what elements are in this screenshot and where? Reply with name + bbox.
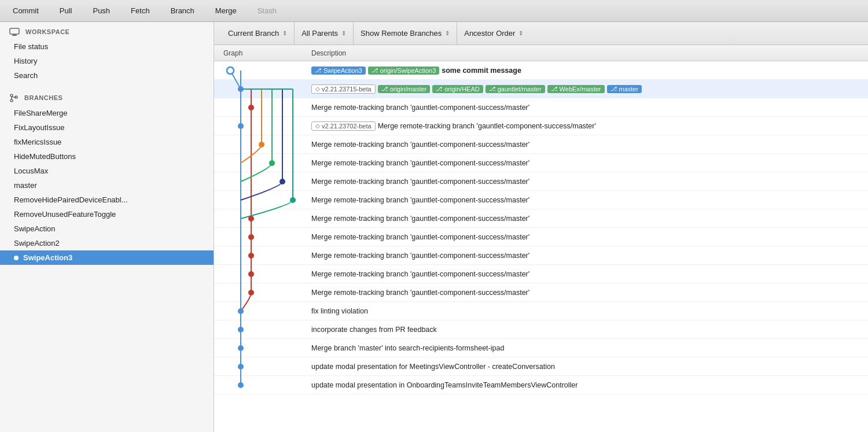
col-header-graph: Graph <box>214 49 307 57</box>
commit-description: ⎇SwipeAction3⎇origin/SwipeAction3some co… <box>307 63 868 78</box>
branch-icon: ⎇ <box>372 67 378 73</box>
commit-description: update modal presentation in OnboardingT… <box>307 378 868 393</box>
branch-tag-tag: ◇v2.21.23715-beta <box>311 84 376 94</box>
commit-message: Merge remote-tracking branch 'gauntlet-c… <box>311 104 529 112</box>
commit-description: ◇v2.21.23715-beta⎇origin/master⎇origin/H… <box>307 81 868 97</box>
push-button[interactable]: Push <box>89 4 113 17</box>
sidebar-item-swipeaction3[interactable]: SwipeAction3 <box>0 250 214 265</box>
sidebar-item-search[interactable]: Search <box>0 68 214 83</box>
commit-row[interactable]: Merge remote-tracking branch 'gauntlet-c… <box>214 172 868 191</box>
graph-area <box>214 98 307 117</box>
svg-point-4 <box>10 99 13 102</box>
sidebar-item-locusmax[interactable]: LocusMax <box>0 164 214 178</box>
commit-row[interactable]: update modal presentation in OnboardingT… <box>214 376 868 394</box>
sidebar-item-fileshareMerge[interactable]: FileShareMerge <box>0 106 214 120</box>
svg-rect-0 <box>10 28 19 34</box>
branch-tag-remote: ⎇gauntlet/master <box>486 85 545 93</box>
commit-message: Merge remote-tracking branch 'gauntlet-c… <box>311 252 529 260</box>
commit-description: Merge remote-tracking branch 'gauntlet-c… <box>307 193 868 208</box>
branches-icon <box>9 93 19 102</box>
commit-row[interactable]: Merge remote-tracking branch 'gauntlet-c… <box>214 246 868 265</box>
commit-row[interactable]: update modal presentation for MeetingsVi… <box>214 357 868 376</box>
commit-row[interactable]: Merge remote-tracking branch 'gauntlet-c… <box>214 98 868 117</box>
branch-icon: ⎇ <box>381 86 388 92</box>
branch-tag-label: origin/SwipeAction3 <box>380 67 436 74</box>
sidebar-item-file-status[interactable]: File status <box>0 39 214 54</box>
branch-tag-label: SwipeAction3 <box>323 67 362 74</box>
branch-tag-label: gauntlet/master <box>498 86 542 93</box>
commit-description: fix linting violation <box>307 304 868 319</box>
sidebar-item-swipeaction[interactable]: SwipeAction <box>0 221 214 236</box>
main-container: WORKSPACE File status History Search BRA… <box>0 22 868 432</box>
graph-area <box>214 172 307 191</box>
sidebar-item-hidemutedbuttons[interactable]: HideMutedButtons <box>0 149 214 164</box>
commit-list: ⎇SwipeAction3⎇origin/SwipeAction3some co… <box>214 61 868 432</box>
commit-row[interactable]: ⎇SwipeAction3⎇origin/SwipeAction3some co… <box>214 61 868 80</box>
show-remote-dropdown[interactable]: Show Remote Branches ⇕ <box>354 22 457 45</box>
commit-description: Merge remote-tracking branch 'gauntlet-c… <box>307 137 868 152</box>
sidebar-item-removehide[interactable]: RemoveHidePairedDeviceEnabl... <box>0 193 214 207</box>
ancestor-order-dropdown[interactable]: Ancestor Order ⇕ <box>457 22 530 45</box>
branch-tag-remote: ⎇origin/master <box>378 85 431 93</box>
commit-message: Merge branch 'master' into search-recipi… <box>311 344 504 352</box>
commit-row[interactable]: Merge remote-tracking branch 'gauntlet-c… <box>214 283 868 302</box>
graph-area <box>214 283 307 302</box>
toolbar: Commit Pull Push Fetch Branch Merge Stas… <box>0 0 868 22</box>
commit-button[interactable]: Commit <box>9 4 42 17</box>
sidebar-item-removeunused[interactable]: RemoveUnusedFeatureToggle <box>0 207 214 221</box>
commit-message: incorporate changes from PR feedback <box>311 326 437 334</box>
commit-row[interactable]: Merge remote-tracking branch 'gauntlet-c… <box>214 209 868 228</box>
commit-row[interactable]: ◇v2.21.23702-betaMerge remote-tracking b… <box>214 117 868 135</box>
branch-icon: ⎇ <box>436 86 443 92</box>
col-header-description: Description <box>307 49 868 57</box>
commit-row[interactable]: fix linting violation <box>214 302 868 320</box>
commit-description: Merge remote-tracking branch 'gauntlet-c… <box>307 230 868 245</box>
graph-area <box>214 209 307 228</box>
graph-area <box>214 339 307 357</box>
filter-bar: Current Branch ⇕ All Parents ⇕ Show Remo… <box>214 22 868 45</box>
commit-row[interactable]: Merge remote-tracking branch 'gauntlet-c… <box>214 191 868 209</box>
branch-icon: ⎇ <box>551 86 558 92</box>
commit-message: Merge remote-tracking branch 'gauntlet-c… <box>311 215 529 223</box>
sidebar-item-swipeaction2[interactable]: SwipeAction2 <box>0 236 214 250</box>
graph-area <box>214 135 307 154</box>
pull-button[interactable]: Pull <box>56 4 76 17</box>
sidebar-item-master[interactable]: master <box>0 178 214 193</box>
commit-description: Merge remote-tracking branch 'gauntlet-c… <box>307 174 868 189</box>
commit-description: update modal presentation for MeetingsVi… <box>307 359 868 374</box>
commit-message: some commit message <box>442 67 521 75</box>
graph-area <box>214 357 307 376</box>
graph-area <box>214 320 307 339</box>
graph-area <box>214 228 307 246</box>
tag-icon: ◇ <box>315 123 320 129</box>
sidebar-item-history[interactable]: History <box>0 54 214 68</box>
graph-area <box>214 376 307 394</box>
graph-area <box>214 302 307 320</box>
sidebar-item-fixmericsIssue[interactable]: fixMericsIssue <box>0 135 214 149</box>
current-branch-dropdown[interactable]: Current Branch ⇕ <box>221 22 295 45</box>
fetch-button[interactable]: Fetch <box>127 4 153 17</box>
commit-message: Merge remote-tracking branch 'gauntlet-c… <box>311 178 529 186</box>
branches-section-header: BRANCHES <box>0 87 214 106</box>
commit-row[interactable]: ◇v2.21.23715-beta⎇origin/master⎇origin/H… <box>214 80 868 98</box>
commit-row[interactable]: Merge remote-tracking branch 'gauntlet-c… <box>214 135 868 154</box>
commit-message: update modal presentation in OnboardingT… <box>311 381 578 389</box>
commit-message: Merge remote-tracking branch 'gauntlet-c… <box>311 270 529 278</box>
commit-description: Merge remote-tracking branch 'gauntlet-c… <box>307 285 868 300</box>
graph-area <box>214 154 307 172</box>
commit-description: Merge branch 'master' into search-recipi… <box>307 341 868 356</box>
commit-row[interactable]: Merge branch 'master' into search-recipi… <box>214 339 868 357</box>
all-parents-dropdown[interactable]: All Parents ⇕ <box>295 22 354 45</box>
branch-icon: ⎇ <box>315 67 322 73</box>
commit-description: incorporate changes from PR feedback <box>307 322 868 337</box>
commit-row[interactable]: Merge remote-tracking branch 'gauntlet-c… <box>214 228 868 246</box>
commit-row[interactable]: Merge remote-tracking branch 'gauntlet-c… <box>214 265 868 283</box>
commit-row[interactable]: incorporate changes from PR feedback <box>214 320 868 339</box>
all-parents-chevron: ⇕ <box>341 30 346 36</box>
merge-button[interactable]: Merge <box>212 4 240 17</box>
sidebar-item-fixlayoutissue[interactable]: FixLayoutIssue <box>0 120 214 135</box>
commit-description: Merge remote-tracking branch 'gauntlet-c… <box>307 100 868 115</box>
commit-row[interactable]: Merge remote-tracking branch 'gauntlet-c… <box>214 154 868 172</box>
stash-button[interactable]: Stash <box>254 4 280 17</box>
branch-button[interactable]: Branch <box>167 4 198 17</box>
